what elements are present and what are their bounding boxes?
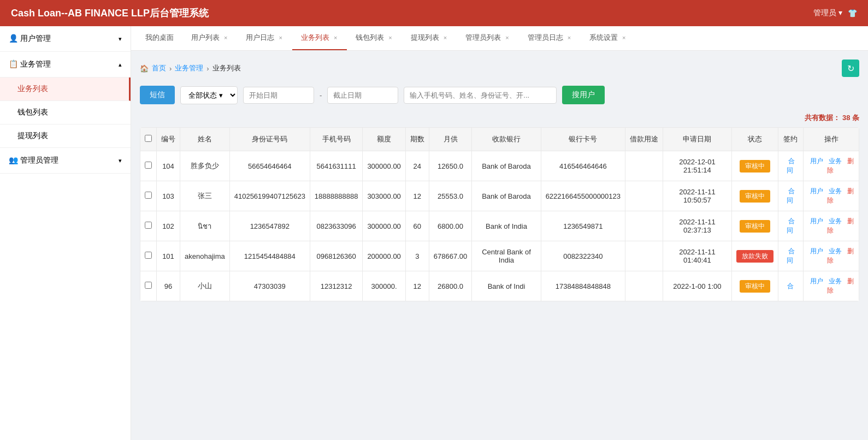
sidebar-item-withdrawal-list[interactable]: 提现列表: [0, 124, 131, 148]
row-contract[interactable]: 合同: [778, 151, 803, 181]
row-contract[interactable]: 合同: [778, 181, 803, 211]
user-action-link[interactable]: 用户: [810, 247, 823, 255]
shirt-icon[interactable]: 👕: [848, 9, 857, 17]
tab-withdrawal-list-close[interactable]: ×: [442, 34, 448, 41]
tab-system-settings-label: 系统设置: [589, 33, 618, 43]
th-amount: 额度: [363, 128, 405, 151]
tab-business-list[interactable]: 业务列表 ×: [292, 26, 347, 50]
contract-link[interactable]: 合: [787, 282, 794, 290]
breadcrumb-section[interactable]: 业务管理: [175, 63, 203, 73]
row-periods: 60: [405, 211, 429, 241]
user-action-link[interactable]: 用户: [810, 187, 823, 195]
row-bank: Bank of Baroda: [472, 181, 541, 211]
tab-user-list[interactable]: 用户列表 ×: [182, 26, 237, 50]
table-row: 104 胜多负少 56654646464 5641631111 300000.0…: [140, 151, 859, 181]
tab-business-list-close[interactable]: ×: [333, 34, 338, 41]
content-area: 我的桌面 用户列表 × 用户日志 × 业务列表 × 钱包列表 × 提现列表 ×: [131, 26, 868, 440]
status-badge: 审核中: [740, 220, 770, 233]
tab-admin-list-close[interactable]: ×: [504, 34, 510, 41]
row-contract[interactable]: 合同: [778, 241, 803, 271]
user-action-link[interactable]: 用户: [810, 157, 823, 165]
row-id-number: 410256199407125623: [229, 181, 310, 211]
tab-withdrawal-list[interactable]: 提现列表 ×: [402, 26, 457, 50]
th-name: 姓名: [180, 128, 230, 151]
row-checkbox: [140, 211, 157, 241]
tab-wallet-list-close[interactable]: ×: [387, 34, 393, 41]
row-periods: 24: [405, 151, 429, 181]
row-monthly: 6800.00: [429, 211, 471, 241]
th-contract: 签约: [778, 128, 803, 151]
end-date-input[interactable]: [327, 87, 398, 104]
row-select-checkbox[interactable]: [145, 282, 152, 289]
row-name: akenohajima: [180, 241, 230, 271]
sidebar-section-user-management[interactable]: 👤 用户管理 ▾: [0, 26, 131, 52]
business-action-link[interactable]: 业务: [829, 217, 842, 225]
tab-admin-list[interactable]: 管理员列表 ×: [457, 26, 518, 50]
tab-system-settings[interactable]: 系统设置 ×: [581, 26, 635, 50]
tab-withdrawal-list-label: 提现列表: [411, 33, 439, 43]
row-checkbox: [140, 181, 157, 211]
contract-link[interactable]: 合同: [787, 247, 795, 264]
row-phone: 12312312: [310, 271, 363, 301]
row-select-checkbox[interactable]: [145, 252, 152, 259]
chevron-up-icon: ▴: [119, 61, 122, 68]
sidebar-section-business-management[interactable]: 📋 业务管理 ▴: [0, 52, 131, 78]
tab-system-settings-close[interactable]: ×: [621, 34, 627, 41]
business-action-link[interactable]: 业务: [829, 157, 842, 165]
contract-link[interactable]: 合同: [787, 187, 795, 204]
business-action-link[interactable]: 业务: [829, 247, 842, 255]
tab-user-log-label: 用户日志: [246, 33, 274, 43]
th-checkbox: [140, 128, 157, 151]
row-contract[interactable]: 合: [778, 271, 803, 301]
row-apply-date: 2022-1-00 1:00: [663, 271, 732, 301]
sms-button[interactable]: 短信: [140, 86, 175, 104]
row-bank: Bank of Indi: [472, 271, 541, 301]
row-id: 103: [157, 181, 180, 211]
row-amount: 303000.00: [363, 181, 405, 211]
user-menu[interactable]: 管理员 ▾: [813, 8, 842, 18]
sidebar-item-wallet-list[interactable]: 钱包列表: [0, 101, 131, 124]
row-name: 胜多负少: [180, 151, 230, 181]
row-select-checkbox[interactable]: [145, 162, 152, 169]
th-id: 编号: [157, 128, 180, 151]
user-action-link[interactable]: 用户: [810, 217, 823, 225]
select-all-checkbox[interactable]: [145, 135, 152, 142]
contract-link[interactable]: 合同: [787, 217, 795, 234]
tab-dashboard[interactable]: 我的桌面: [137, 26, 182, 50]
data-count-number: 38: [842, 114, 850, 122]
row-actions: 用户 业务 删除: [804, 271, 859, 301]
row-select-checkbox[interactable]: [145, 222, 152, 229]
row-id-number: 1215454484884: [229, 241, 310, 271]
th-apply-date: 申请日期: [663, 128, 732, 151]
tab-admin-log-close[interactable]: ×: [566, 34, 572, 41]
business-action-link[interactable]: 业务: [829, 187, 842, 195]
th-card: 银行卡号: [541, 128, 625, 151]
row-apply-date: 2022-12-01 21:51:14: [663, 151, 732, 181]
th-bank: 收款银行: [472, 128, 541, 151]
user-action-link[interactable]: 用户: [810, 277, 823, 285]
header-right: 管理员 ▾ 👕: [813, 8, 857, 18]
tab-wallet-list[interactable]: 钱包列表 ×: [347, 26, 401, 50]
breadcrumb-home[interactable]: 首页: [152, 63, 166, 73]
row-actions: 用户 业务 删除: [804, 211, 859, 241]
business-action-link[interactable]: 业务: [829, 277, 842, 285]
tab-user-log[interactable]: 用户日志 ×: [237, 26, 292, 50]
sidebar-section-admin-management[interactable]: 👥 管理员管理 ▾: [0, 148, 131, 174]
search-input[interactable]: [404, 87, 557, 104]
refresh-button[interactable]: ↻: [842, 60, 859, 77]
row-card: 416546464646: [541, 151, 625, 181]
tab-user-list-close[interactable]: ×: [223, 34, 228, 41]
table-row: 102 นิชา 1236547892 0823633096 300000.00…: [140, 211, 859, 241]
contract-link[interactable]: 合同: [787, 157, 795, 174]
sidebar-section-admin-label: 管理员管理: [20, 156, 58, 164]
search-button[interactable]: 搜用户: [562, 86, 605, 104]
tab-admin-log[interactable]: 管理员日志 ×: [519, 26, 581, 50]
table-row: 96 小山 47303039 12312312 300000. 12 26800…: [140, 271, 859, 301]
start-date-input[interactable]: [243, 87, 314, 104]
tab-user-log-close[interactable]: ×: [277, 34, 283, 41]
status-select[interactable]: 全部状态 ▾ 审核中 放款失败 已放款 还款中 已还清: [180, 86, 238, 104]
row-contract[interactable]: 合同: [778, 211, 803, 241]
row-select-checkbox[interactable]: [145, 192, 152, 199]
sidebar-item-business-list[interactable]: 业务列表: [0, 78, 131, 101]
row-actions: 用户 业务 删除: [804, 151, 859, 181]
